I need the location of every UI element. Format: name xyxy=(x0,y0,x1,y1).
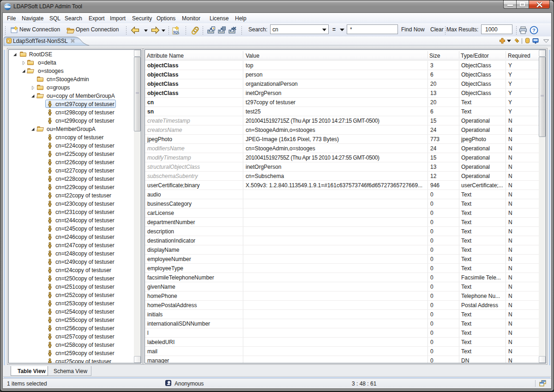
svg-text:?: ? xyxy=(532,28,536,33)
svg-text:SQL: SQL xyxy=(173,30,179,34)
